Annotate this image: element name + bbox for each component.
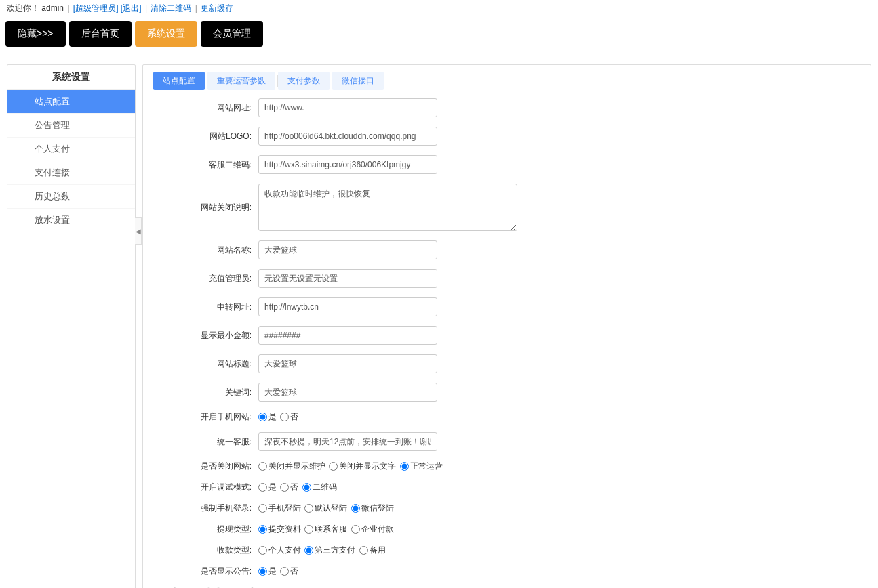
input-logo[interactable]: [258, 127, 437, 146]
label-collect-type: 收款类型:: [153, 545, 258, 556]
input-recharge-admin[interactable]: [258, 269, 437, 288]
label-unified-cs: 统一客服:: [153, 436, 258, 448]
update-cache-link[interactable]: 更新缓存: [201, 3, 233, 13]
username: admin: [41, 3, 64, 13]
radio-debug-qr[interactable]: [302, 483, 311, 492]
sidebar: 系统设置 站点配置 公告管理 个人支付 支付连接 历史总数 放水设置 ◀: [7, 64, 136, 588]
input-min-amount[interactable]: [258, 326, 437, 345]
sidebar-item-release[interactable]: 放水设置: [7, 209, 135, 232]
radio-collect-backup[interactable]: [359, 546, 368, 555]
label-site-title: 网站标题:: [153, 358, 258, 370]
radio-withdraw-enterprise[interactable]: [351, 525, 360, 534]
sidebar-item-notice[interactable]: 公告管理: [7, 114, 135, 138]
label-withdraw-type: 提现类型:: [153, 524, 258, 535]
nav-hide-button[interactable]: 隐藏>>>: [5, 21, 66, 47]
label-mobile: 开启手机网站:: [153, 411, 258, 423]
label-recharge-admin: 充值管理员:: [153, 273, 258, 285]
input-keywords[interactable]: [258, 383, 437, 402]
sidebar-item-pay-link[interactable]: 支付连接: [7, 161, 135, 185]
clear-qr-link[interactable]: 清除二维码: [151, 3, 191, 13]
top-bar: 欢迎你！ admin | [超级管理员] [退出] | 清除二维码 | 更新缓存: [0, 0, 878, 17]
tab-operation-params[interactable]: 重要运营参数: [207, 72, 275, 90]
label-cs-qr: 客服二维码:: [153, 159, 258, 171]
label-keywords: 关键词:: [153, 387, 258, 398]
sidebar-title: 系统设置: [7, 65, 135, 90]
nav-system-button[interactable]: 系统设置: [135, 21, 197, 47]
radio-login-phone[interactable]: [258, 504, 267, 513]
radio-login-wechat[interactable]: [351, 504, 360, 513]
radio-login-default[interactable]: [304, 504, 313, 513]
radio-close-text[interactable]: [329, 462, 338, 471]
radio-close-running[interactable]: [400, 462, 409, 471]
sidebar-item-site-config[interactable]: 站点配置: [7, 90, 135, 114]
label-debug: 开启调试模式:: [153, 482, 258, 493]
radio-collect-third[interactable]: [304, 546, 313, 555]
label-force-login: 强制手机登录:: [153, 503, 258, 514]
sidebar-collapse-handle[interactable]: ◀: [135, 217, 142, 245]
label-site-url: 网站网址:: [153, 102, 258, 114]
radio-mobile-no[interactable]: [280, 413, 289, 421]
radio-notice-no[interactable]: [280, 567, 289, 576]
input-relay-url[interactable]: [258, 297, 437, 316]
radio-mobile-yes[interactable]: [258, 413, 267, 421]
radio-debug-no[interactable]: [280, 483, 289, 492]
input-site-name[interactable]: [258, 240, 437, 259]
radio-debug-yes[interactable]: [258, 483, 267, 492]
label-relay-url: 中转网址:: [153, 301, 258, 313]
input-site-title[interactable]: [258, 354, 437, 373]
logout-link[interactable]: [退出]: [121, 3, 142, 13]
tabs: 站点配置 重要运营参数 支付参数 微信接口: [153, 72, 860, 90]
tab-site-config[interactable]: 站点配置: [153, 72, 205, 90]
radio-notice-yes[interactable]: [258, 567, 267, 576]
sidebar-item-personal-pay[interactable]: 个人支付: [7, 138, 135, 161]
welcome-text: 欢迎你！: [7, 3, 39, 13]
label-logo: 网站LOGO:: [153, 131, 258, 142]
input-site-url[interactable]: [258, 98, 437, 117]
nav-member-button[interactable]: 会员管理: [201, 21, 263, 47]
input-unified-cs[interactable]: [258, 432, 437, 451]
label-min-amount: 显示最小金额:: [153, 330, 258, 341]
role-link[interactable]: [超级管理员]: [73, 3, 119, 13]
tab-pay-params[interactable]: 支付参数: [278, 72, 330, 90]
radio-close-maint[interactable]: [258, 462, 267, 471]
radio-withdraw-submit[interactable]: [258, 525, 267, 534]
main-nav: 隐藏>>> 后台首页 系统设置 会员管理: [0, 17, 878, 51]
label-show-notice: 是否显示公告:: [153, 566, 258, 577]
label-closed-note: 网站关闭说明:: [153, 202, 258, 213]
label-close-site: 是否关闭网站:: [153, 461, 258, 472]
radio-withdraw-contact[interactable]: [304, 525, 313, 534]
content-panel: 站点配置 重要运营参数 支付参数 微信接口 网站网址: 网站LOGO: 客服二维…: [142, 64, 871, 588]
tab-wechat-api[interactable]: 微信接口: [332, 72, 384, 90]
label-site-name: 网站名称:: [153, 245, 258, 256]
input-cs-qr[interactable]: [258, 155, 437, 174]
radio-collect-personal[interactable]: [258, 546, 267, 555]
textarea-closed-note[interactable]: [258, 184, 517, 231]
nav-home-button[interactable]: 后台首页: [69, 21, 132, 47]
sidebar-item-history[interactable]: 历史总数: [7, 185, 135, 209]
